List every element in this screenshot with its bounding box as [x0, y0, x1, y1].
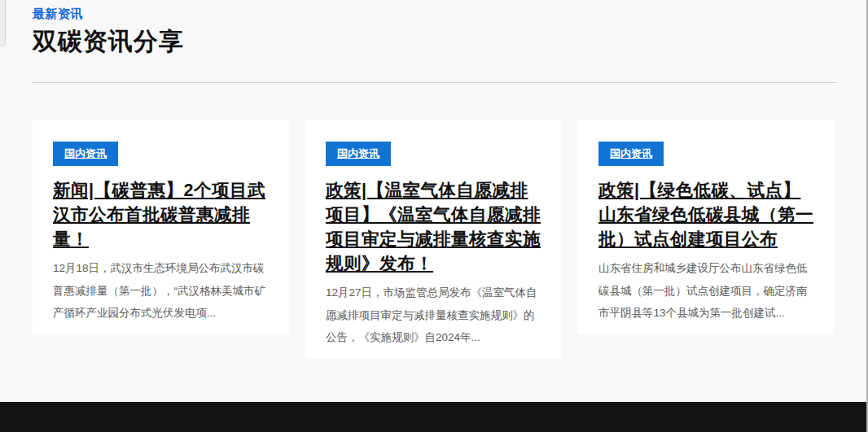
section-eyebrow-label: 最新资讯 [33, 7, 836, 22]
article-excerpt: 12月18日，武汉市生态环境局公布武汉市碳普惠减排量（第一批），“武汉格林美城市… [53, 257, 270, 325]
article-title-link[interactable]: 新闻|【碳普惠】2个项目武汉市公布首批碳普惠减排量！ [53, 178, 270, 251]
category-badge[interactable]: 国内资讯 [326, 142, 391, 166]
news-card: 国内资讯 政策|【绿色低碳、试点】山东省绿色低碳县城（第一批）试点创建项目公布 … [578, 120, 835, 334]
category-badge[interactable]: 国内资讯 [53, 142, 118, 166]
news-card: 国内资讯 政策|【温室气体自愿减排项目】《温室气体自愿减排项目审定与减排量核查实… [305, 120, 562, 359]
news-cards-row: 国内资讯 新闻|【碳普惠】2个项目武汉市公布首批碳普惠减排量！ 12月18日，武… [33, 120, 836, 359]
article-excerpt: 12月27日，市场监管总局发布《温室气体自愿减排项目审定与减排量核查实施规则》的… [326, 281, 542, 349]
scrollbar-nub[interactable] [0, 0, 6, 46]
page-title: 双碳资讯分享 [33, 25, 836, 59]
category-badge[interactable]: 国内资讯 [598, 142, 664, 166]
article-excerpt: 山东省住房和城乡建设厅公布山东省绿色低碳县城（第一批）试点创建项目，确定济南市平… [598, 257, 815, 325]
section-divider [33, 82, 836, 83]
news-section: 最新资讯 双碳资讯分享 国内资讯 新闻|【碳普惠】2个项目武汉市公布首批碳普惠减… [33, 0, 836, 359]
news-card: 国内资讯 新闻|【碳普惠】2个项目武汉市公布首批碳普惠减排量！ 12月18日，武… [33, 120, 289, 334]
article-title-link[interactable]: 政策|【绿色低碳、试点】山东省绿色低碳县城（第一批）试点创建项目公布 [598, 178, 815, 251]
footer-bar [0, 402, 868, 432]
article-title-link[interactable]: 政策|【温室气体自愿减排项目】《温室气体自愿减排项目审定与减排量核查实施规则》发… [326, 178, 542, 276]
